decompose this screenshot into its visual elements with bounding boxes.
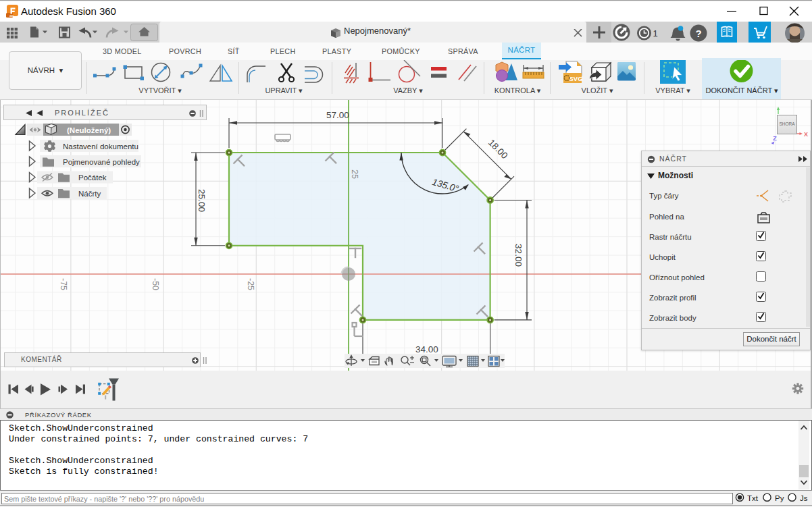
svg-text:SVG: SVG bbox=[569, 75, 583, 82]
svg-text:360: 360 bbox=[9, 15, 14, 18]
svg-text:32.00: 32.00 bbox=[513, 244, 524, 267]
svg-text:Pojmenované pohledy: Pojmenované pohledy bbox=[63, 158, 140, 166]
svg-text:Počátek: Počátek bbox=[78, 174, 107, 182]
svg-text:X: X bbox=[804, 131, 808, 138]
svg-text:?: ? bbox=[695, 28, 701, 39]
svg-text:Náčrty: Náčrty bbox=[78, 190, 101, 198]
svg-text:-25: -25 bbox=[246, 278, 255, 290]
svg-text:-50: -50 bbox=[151, 278, 160, 290]
svg-text:Z: Z bbox=[773, 135, 777, 142]
svg-text:25: 25 bbox=[350, 169, 359, 179]
svg-text:Nastavení dokumentu: Nastavení dokumentu bbox=[63, 142, 138, 151]
svg-text:Txt: Txt bbox=[747, 494, 759, 502]
svg-text:34.00: 34.00 bbox=[415, 344, 438, 354]
svg-text:18.00: 18.00 bbox=[486, 138, 510, 161]
svg-text:(Neuložený): (Neuložený) bbox=[67, 126, 111, 134]
svg-text:Py: Py bbox=[775, 494, 784, 502]
svg-text:1: 1 bbox=[653, 28, 658, 38]
svg-text:57.00: 57.00 bbox=[326, 110, 349, 120]
svg-text:-75: -75 bbox=[59, 278, 68, 290]
svg-text:Js: Js bbox=[800, 494, 808, 502]
